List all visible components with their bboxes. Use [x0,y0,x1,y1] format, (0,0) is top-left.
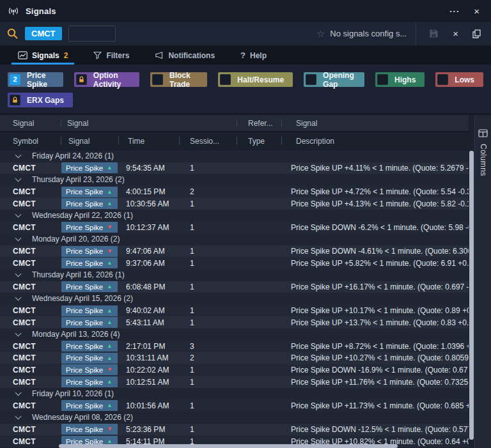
signals-config-selector[interactable]: ☆ No signals config s... [316,28,407,40]
chevron-down-icon[interactable] [15,390,22,396]
chevron-down-icon[interactable] [15,271,22,277]
cell-time: 10:31:11 AM [118,353,179,362]
star-icon: ☆ [316,28,325,40]
chevron-down-icon[interactable] [15,330,22,337]
table-row[interactable]: CMCT Price Spike ▼ 9:47:06 AM 1 Price Sp… [0,245,469,258]
group-header-signal-3[interactable]: Signal [281,115,469,131]
signal-badge-label: Price Spike [66,259,103,267]
signal-badge: Price Spike ▲ [61,376,118,387]
direction-arrow-icon: ▼ [107,224,113,230]
group-row[interactable]: Wednesday April 08, 2026 (2) [0,412,469,424]
copy-config-icon[interactable] [469,29,485,38]
close-icon[interactable]: × [470,6,483,16]
signal-badge: Price Spike ▼ [61,424,118,435]
direction-arrow-icon: ▼ [107,426,113,432]
chevron-down-icon[interactable] [15,152,22,158]
cell-session: 1 [179,401,237,410]
table-row[interactable]: CMCT Price Spike ▼ 10:12:37 AM 1 Price S… [0,222,469,234]
filter-chip-block-trade[interactable]: Block Trade [150,72,207,87]
chevron-down-icon[interactable] [15,413,22,420]
megaphone-icon [155,51,164,59]
table-row[interactable]: CMCT Price Spike ▲ 10:01:56 AM 1 Price S… [0,399,469,412]
filter-chip-halt-resume[interactable]: Halt/Resume [218,72,293,87]
tab-filters[interactable]: Filters [81,46,142,65]
columns-side-panel[interactable]: Columns [474,115,491,448]
columns-panel-label: Columns [479,144,488,176]
group-header-signal-2[interactable]: Signal [61,115,237,131]
signal-badge-label: Price Spike [66,366,103,374]
symbol-search-input[interactable] [68,26,116,42]
more-options-icon[interactable]: ··· [446,7,464,15]
group-row[interactable]: Monday April 13, 2026 (4) [0,328,469,341]
group-row[interactable]: Thursday April 23, 2026 (2) [0,174,469,186]
group-row[interactable]: Monday April 20, 2026 (2) [0,233,469,245]
columns-grid-icon [478,129,488,137]
filter-chip-erx-gaps[interactable]: ERX Gaps [8,93,73,107]
group-row[interactable]: Wednesday April 15, 2026 (2) [0,293,469,305]
table-row[interactable]: CMCT Price Spike ▲ 5:43:11 AM 1 Price Sp… [0,316,469,328]
direction-arrow-icon: ▲ [107,403,113,408]
vertical-scrollbar-thumb[interactable] [469,151,474,440]
symbol-chip[interactable]: CMCT [25,27,62,40]
chip-count: 2 [13,76,17,83]
cell-symbol: CMCT [0,223,61,232]
filter-chips-row-2: ERX Gaps [8,93,483,107]
column-header-signal[interactable]: Signal [61,132,118,150]
table-row[interactable]: CMCT Price Spike ▲ 9:37:06 AM 1 Price Sp… [0,257,469,269]
cell-signal: Price Spike ▲ [61,198,118,209]
signal-badge: Price Spike ▲ [61,353,118,364]
clear-config-icon[interactable]: × [449,28,462,39]
group-header-reference[interactable]: Refer... [237,115,281,131]
cell-description: Price Spike UP +4.11% < 1 minute. (Quote… [281,164,469,173]
cell-time: 9:47:06 AM [118,247,179,256]
column-header-type[interactable]: Type [237,132,281,150]
chevron-down-icon[interactable] [15,235,22,242]
question-mark-icon: ? [240,50,246,60]
column-header-symbol[interactable]: Symbol [0,132,61,150]
tab-help[interactable]: ? Help [228,46,279,65]
group-row[interactable]: Friday April 24, 2026 (1) [0,150,469,162]
group-row[interactable]: Friday April 10, 2026 (1) [0,388,469,400]
group-row[interactable]: Wednesday April 22, 2026 (1) [0,210,469,222]
lock-icon [78,76,85,83]
signal-badge: Price Spike ▲ [61,400,118,411]
table-row[interactable]: CMCT Price Spike ▲ 10:31:11 AM 2 Price S… [0,352,469,364]
tab-notifications[interactable]: Notifications [142,46,228,65]
lock-icon [12,97,19,104]
cell-signal: Price Spike ▲ [61,187,118,197]
table-row[interactable]: CMCT Price Spike ▼ 5:23:36 PM 1 Price Sp… [0,424,469,436]
filter-chip-option-activity[interactable]: Option Activity [74,72,139,87]
filter-chip-lows[interactable]: Lows [435,72,483,87]
filter-chips-zone: 2 Price Spike Option Activity Block Trad… [0,65,491,113]
column-header-time[interactable]: Time [118,132,179,150]
column-header-description[interactable]: Description [281,132,469,150]
tab-filters-label: Filters [106,51,129,60]
table-row[interactable]: CMCT Price Spike ▲ 4:00:15 PM 2 Price Sp… [0,186,469,198]
chevron-down-icon[interactable] [15,176,22,182]
table-row[interactable]: CMCT Price Spike ▲ 10:30:56 AM 1 Price S… [0,197,469,210]
group-header-signal-1[interactable]: Signal [0,115,61,131]
column-header-session[interactable]: Sessio... [179,132,237,150]
filter-chip-opening-gap[interactable]: Opening Gap [304,72,364,87]
filter-chip-price-spike[interactable]: 2 Price Spike [8,72,63,87]
signal-badge: Price Spike ▼ [61,222,118,233]
table-row[interactable]: CMCT Price Spike ▲ 6:08:48 PM 1 Price Sp… [0,281,469,293]
horizontal-scrollbar-thumb[interactable] [59,444,398,448]
table-row[interactable]: CMCT Price Spike ▲ 9:54:35 AM 1 Price Sp… [0,162,469,174]
filter-chips-row-1: 2 Price Spike Option Activity Block Trad… [8,72,483,87]
signal-badge: Price Spike ▼ [61,246,118,257]
table-row[interactable]: CMCT Price Spike ▲ 9:40:02 AM 1 Price Sp… [0,305,469,317]
signal-badge: Price Spike ▲ [61,341,118,351]
table-row[interactable]: CMCT Price Spike ▲ 2:17:01 PM 3 Price Sp… [0,341,469,353]
vertical-scrollbar[interactable] [469,115,474,448]
direction-arrow-icon: ▲ [107,355,113,361]
cell-time: 9:54:35 AM [118,164,179,173]
save-config-icon[interactable] [425,29,442,38]
table-row[interactable]: CMCT Price Spike ▲ 10:12:51 AM 1 Price S… [0,376,469,388]
tab-signals[interactable]: Signals 2 [5,46,81,65]
table-row[interactable]: CMCT Price Spike ▼ 10:22:02 AM 1 Price S… [0,364,469,376]
group-row[interactable]: Thursday April 16, 2026 (1) [0,269,469,281]
chevron-down-icon[interactable] [15,295,22,301]
chevron-down-icon[interactable] [15,212,22,218]
filter-chip-highs[interactable]: Highs [375,72,425,87]
